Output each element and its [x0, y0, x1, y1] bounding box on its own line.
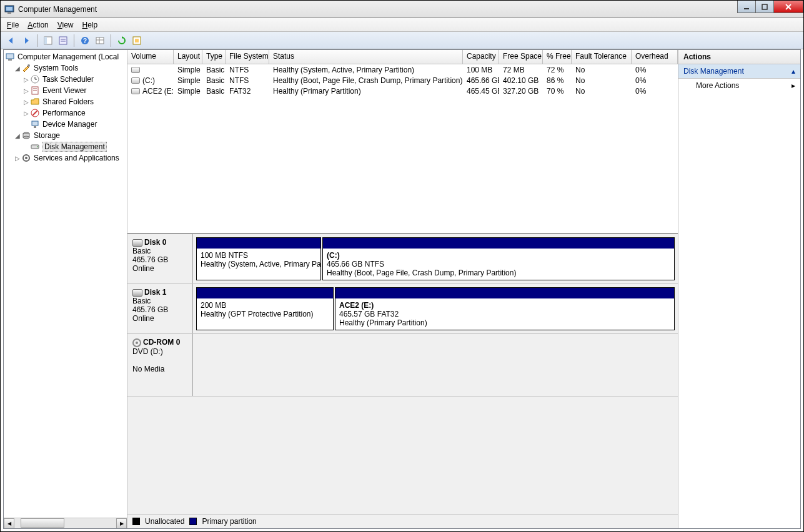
window-title: Computer Management	[18, 5, 97, 14]
tree-shared-folders[interactable]: ▷ Shared Folders	[5, 96, 126, 107]
svg-point-21	[27, 64, 30, 67]
settings-button[interactable]	[130, 34, 144, 47]
svg-rect-4	[762, 4, 767, 9]
svg-point-38	[25, 157, 27, 159]
tree-task-scheduler[interactable]: ▷ Task Scheduler	[5, 74, 126, 85]
event-icon	[30, 86, 40, 96]
disk-info: Disk 0 Basic 465.76 GB Online	[127, 234, 193, 283]
svg-rect-3	[744, 8, 749, 9]
svg-rect-2	[7, 12, 11, 14]
col-free[interactable]: Free Space	[499, 50, 543, 64]
back-button[interactable]	[4, 34, 18, 47]
svg-rect-30	[32, 121, 38, 126]
tree-performance[interactable]: ▷ Performance	[5, 107, 126, 119]
col-fs[interactable]: File System	[226, 50, 269, 64]
svg-rect-14	[96, 37, 104, 44]
disk-row[interactable]: CD-ROM 0 DVD (D:) No Media	[127, 334, 678, 397]
view-button[interactable]	[93, 34, 107, 47]
scroll-right-button[interactable]: ▶	[116, 518, 127, 529]
close-button[interactable]	[773, 1, 803, 13]
disk-icon	[132, 289, 142, 297]
scroll-thumb[interactable]	[21, 518, 64, 528]
svg-rect-1	[6, 7, 12, 11]
svg-text:?: ?	[83, 37, 87, 44]
tree-disk-management[interactable]: ▷ Disk Management	[5, 141, 126, 152]
help-button[interactable]: ?	[78, 34, 92, 47]
drive-icon	[131, 67, 140, 73]
expand-icon[interactable]: ▷	[22, 99, 30, 106]
tree-device-manager[interactable]: ▷ Device Manager	[5, 119, 126, 130]
menu-help[interactable]: Help	[82, 21, 98, 29]
col-pctfree[interactable]: % Free	[543, 50, 572, 64]
chevron-right-icon: ▸	[792, 81, 795, 90]
maximize-button[interactable]	[755, 1, 774, 13]
svg-point-34	[23, 136, 29, 139]
menubar: File Action View Help	[1, 18, 803, 32]
partition[interactable]: ACE2 (E:) 465.57 GB FAT32 Healthy (Prima…	[335, 287, 675, 330]
volume-row[interactable]: ACE2 (E:) Simple Basic FAT32 Healthy (Pr…	[127, 86, 678, 96]
drive-icon	[131, 88, 140, 94]
main-panel: Volume Layout Type File System Status Ca…	[127, 50, 678, 528]
tree-root[interactable]: Computer Management (Local	[5, 51, 126, 62]
col-volume[interactable]: Volume	[127, 50, 174, 64]
col-status[interactable]: Status	[269, 50, 463, 64]
volume-row[interactable]: (C:) Simple Basic NTFS Healthy (Boot, Pa…	[127, 75, 678, 86]
properties-button[interactable]	[56, 34, 70, 47]
forward-button[interactable]	[19, 34, 33, 47]
legend-primary-label: Primary partition	[202, 517, 256, 526]
tree-event-viewer[interactable]: ▷ Event Viewer	[5, 85, 126, 96]
tree-storage[interactable]: ◢ Storage	[5, 130, 126, 141]
disk-row[interactable]: Disk 1 Basic 465.76 GB Online 200 MB Hea…	[127, 284, 678, 334]
col-layout[interactable]: Layout	[174, 50, 202, 64]
more-actions-item[interactable]: More Actions ▸	[678, 79, 800, 92]
disk-info: Disk 1 Basic 465.76 GB Online	[127, 284, 193, 333]
menu-file[interactable]: File	[7, 21, 19, 29]
toolbar: ?	[1, 32, 803, 49]
svg-rect-18	[135, 39, 139, 42]
svg-rect-20	[8, 59, 12, 61]
expand-icon[interactable]: ▷	[14, 155, 21, 162]
col-capacity[interactable]: Capacity	[463, 50, 499, 64]
menu-view[interactable]: View	[57, 21, 74, 29]
menu-action[interactable]: Action	[27, 21, 48, 29]
tree-services-apps[interactable]: ▷ Services and Applications	[5, 152, 126, 164]
scroll-left-button[interactable]: ◀	[4, 518, 14, 529]
disk-legend: Unallocated Primary partition	[127, 514, 678, 528]
actions-panel: Actions Disk Management ▴ More Actions ▸	[678, 50, 800, 528]
disk-graphical-view: Disk 0 Basic 465.76 GB Online 100 MB NTF…	[127, 233, 678, 528]
volume-list-header: Volume Layout Type File System Status Ca…	[127, 50, 678, 64]
refresh-button[interactable]	[115, 34, 129, 47]
actions-section[interactable]: Disk Management ▴	[678, 64, 800, 79]
titlebar[interactable]: Computer Management	[1, 1, 803, 18]
legend-primary-icon	[189, 518, 197, 525]
collapse-icon[interactable]: ◢	[14, 132, 21, 139]
partition[interactable]: 100 MB NTFS Healthy (System, Active, Pri…	[196, 237, 321, 280]
disk-row[interactable]: Disk 0 Basic 465.76 GB Online 100 MB NTF…	[127, 234, 678, 284]
storage-icon	[21, 131, 31, 140]
collapse-icon[interactable]: ◢	[14, 65, 21, 72]
svg-rect-8	[44, 37, 47, 44]
col-type[interactable]: Type	[202, 50, 226, 64]
col-fault[interactable]: Fault Tolerance	[572, 50, 632, 64]
volume-row[interactable]: Simple Basic NTFS Healthy (System, Activ…	[127, 64, 678, 75]
disk-info: CD-ROM 0 DVD (D:) No Media	[127, 334, 193, 396]
col-overhead[interactable]: Overhead	[632, 50, 678, 64]
svg-rect-31	[34, 126, 36, 128]
svg-rect-19	[6, 54, 14, 59]
partition[interactable]: (C:) 465.66 GB NTFS Healthy (Boot, Page …	[322, 237, 675, 280]
expand-icon[interactable]: ▷	[22, 76, 30, 83]
performance-icon	[30, 108, 40, 118]
partition[interactable]: 200 MB Healthy (GPT Protective Partition…	[196, 287, 334, 330]
legend-unallocated-label: Unallocated	[145, 517, 184, 526]
chevron-up-icon: ▴	[792, 67, 795, 76]
show-hide-tree-button[interactable]	[41, 34, 55, 47]
legend-unallocated-icon	[132, 518, 140, 525]
minimize-button[interactable]	[737, 1, 756, 13]
expand-icon[interactable]: ▷	[22, 110, 30, 117]
svg-rect-9	[59, 37, 67, 44]
actions-header: Actions	[678, 50, 800, 64]
expand-icon[interactable]: ▷	[22, 87, 30, 94]
tree-system-tools[interactable]: ◢ System Tools	[5, 62, 126, 74]
clock-icon	[30, 74, 40, 84]
tree-horizontal-scrollbar[interactable]: ◀ ▶	[4, 518, 127, 528]
